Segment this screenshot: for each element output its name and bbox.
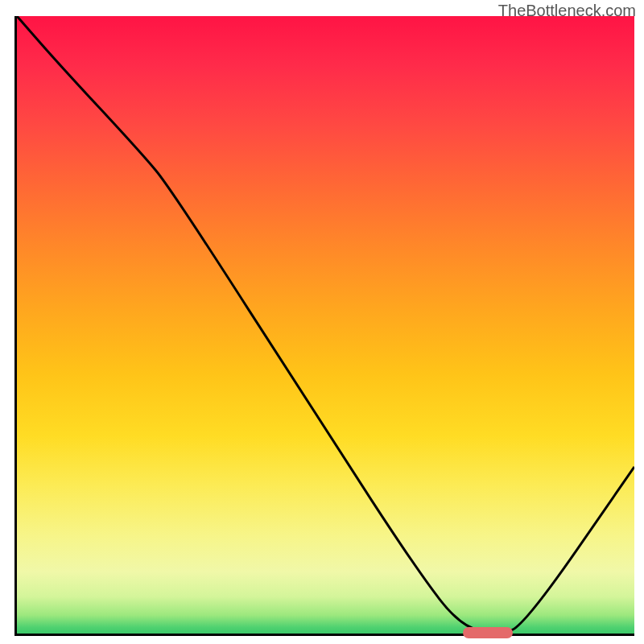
optimal-marker: [463, 627, 513, 638]
chart-plot-area: [14, 16, 634, 636]
bottleneck-curve-svg: [17, 16, 634, 634]
bottleneck-curve-path: [17, 16, 634, 632]
watermark-text: TheBottleneck.com: [498, 2, 636, 20]
